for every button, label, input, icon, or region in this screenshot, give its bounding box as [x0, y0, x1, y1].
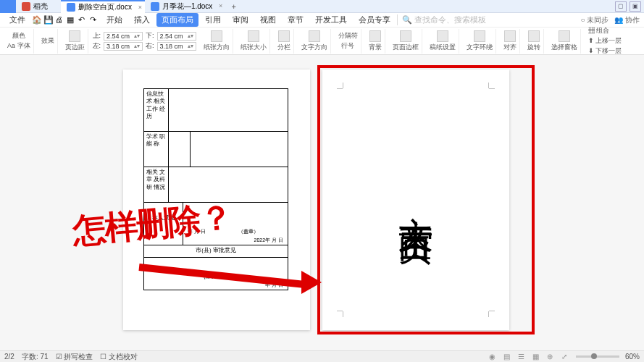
- statusbar: 2/2 字数: 71 ☑ 拼写检查 ☐ 文档校对 ◉ ▤ ☰ ▦ ⊕ ⤢ 60%: [0, 350, 644, 362]
- ribbon-columns[interactable]: 分栏: [275, 29, 294, 54]
- effect-button[interactable]: 效果: [41, 36, 54, 46]
- textdir-icon: [309, 30, 320, 42]
- border-icon: [400, 30, 411, 42]
- word-icon: [151, 2, 159, 11]
- menubar: 文件 🏠 💾 🖨 ▦ ↶ ↷ 开始 插入 页面布局 引用 审阅 视图 章节 开发…: [0, 13, 644, 28]
- tab-doc-2[interactable]: 月季花—1.docx ×: [145, 0, 225, 13]
- up-layer-button[interactable]: ⬆ 上移一层: [588, 36, 622, 46]
- align-icon: [504, 30, 516, 42]
- ribbon-rotate[interactable]: 旋转: [524, 29, 544, 54]
- ribbon-arrange: ▦ 组合 ⬆ 上移一层 ⬇ 下移一层: [585, 29, 625, 54]
- win-btn-1[interactable]: ▢: [615, 1, 627, 12]
- titlebar: 稻壳 删除空白页.docx × 月季花—1.docx × + ▢ ▣: [0, 0, 644, 13]
- view-print-icon[interactable]: ▦: [532, 353, 541, 361]
- color-button[interactable]: 颜色: [12, 31, 25, 41]
- tab-doc-1[interactable]: 删除空白页.docx ×: [61, 0, 145, 13]
- spell-check-toggle[interactable]: ☑ 拼写检查: [56, 352, 93, 362]
- ribbon-lineno-hyphen: 分隔符 行号: [335, 29, 361, 54]
- app-logo[interactable]: [0, 0, 16, 13]
- new-tab-button[interactable]: +: [225, 2, 241, 11]
- margin-left-input[interactable]: 3.18 cm▴▾: [104, 42, 143, 51]
- view-mode-icon[interactable]: ◉: [489, 353, 498, 361]
- menu-insert[interactable]: 插入: [129, 13, 155, 27]
- daoke-icon: [22, 2, 30, 11]
- preview-icon[interactable]: ▦: [67, 15, 77, 25]
- menu-file[interactable]: 文件: [4, 13, 30, 27]
- annotation-arrow: [139, 258, 319, 278]
- papersize-icon: [248, 30, 259, 42]
- fit-icon[interactable]: ⤢: [561, 353, 570, 361]
- cell: 信息技术 相关 工作 经历: [144, 89, 169, 131]
- annotation-border: [317, 65, 535, 334]
- ribbon: 颜色 Aa 字体 效果 页边距 上: 2.54 cm▴▾ 下: 2.54 cm▴…: [0, 28, 644, 55]
- save-icon[interactable]: 💾: [43, 15, 54, 25]
- menu-references[interactable]: 引用: [200, 13, 226, 27]
- document-canvas[interactable]: 信息技术 相关 工作 经历 学术 职 能 称 相关 文章 及科研 情况 本人意见…: [0, 55, 644, 350]
- ribbon-papersize[interactable]: 纸张大小: [238, 29, 270, 54]
- close-icon[interactable]: ×: [138, 4, 142, 11]
- page-count[interactable]: 2/2: [4, 353, 14, 361]
- orientation-icon: [211, 30, 222, 42]
- menu-member[interactable]: 会员专享: [354, 13, 396, 27]
- proof-toggle[interactable]: ☐ 文档校对: [100, 352, 138, 362]
- cell: 学术 职 能 称: [144, 132, 169, 167]
- redo-icon[interactable]: ↷: [90, 15, 100, 25]
- select-icon: [559, 30, 570, 42]
- hyphen-button[interactable]: 分隔符: [338, 31, 358, 41]
- menu-sections[interactable]: 章节: [283, 13, 309, 27]
- ribbon-pageborder[interactable]: 页面边框: [390, 29, 422, 54]
- zoom-value[interactable]: 60%: [625, 353, 640, 361]
- ribbon-background[interactable]: 背景: [366, 29, 385, 54]
- margins-icon: [69, 30, 80, 42]
- print-icon[interactable]: 🖨: [55, 15, 65, 25]
- word-count[interactable]: 字数: 71: [22, 352, 49, 362]
- tab-label: 稻壳: [33, 1, 48, 12]
- ribbon-effect: 效果: [38, 29, 58, 54]
- group-button[interactable]: ▦ 组合: [588, 26, 610, 35]
- tab-label: 月季花—1.docx: [162, 1, 212, 12]
- menu-review[interactable]: 审阅: [227, 13, 254, 27]
- ribbon-orientation[interactable]: 纸张方向: [201, 29, 233, 54]
- word-icon: [67, 3, 75, 12]
- view-web-icon[interactable]: ▤: [503, 353, 512, 361]
- ribbon-paper-setup[interactable]: 稿纸设置: [427, 29, 459, 54]
- coop-button[interactable]: 👥 协作: [614, 15, 640, 25]
- rotate-icon: [528, 30, 540, 42]
- zoom-slider[interactable]: [576, 355, 619, 358]
- ribbon-theme: 颜色 Aa 字体: [4, 29, 34, 54]
- search-input[interactable]: 🔍 查找命令、搜索模板: [397, 14, 486, 25]
- window-controls: ▢ ▣: [615, 1, 644, 12]
- lineno-button[interactable]: 行号: [341, 41, 354, 51]
- undo-icon[interactable]: ↶: [78, 15, 88, 25]
- margin-bottom-input[interactable]: 2.54 cm▴▾: [157, 32, 196, 41]
- background-icon: [369, 30, 381, 42]
- ribbon-margin-values: 上: 2.54 cm▴▾ 下: 2.54 cm▴▾ 左: 3.18 cm▴▾ 右…: [93, 31, 196, 51]
- cell: 相关 文章 及科研 情况: [144, 167, 169, 202]
- margin-top-input[interactable]: 2.54 cm▴▾: [104, 32, 143, 41]
- menu-view[interactable]: 视图: [255, 13, 281, 27]
- ribbon-margins-btn[interactable]: 页边距: [62, 29, 88, 54]
- ribbon-select-pane[interactable]: 选择窗格: [548, 29, 581, 54]
- cell: 市(县) 审批意见: [144, 245, 288, 257]
- wrap-icon: [474, 30, 485, 42]
- ribbon-textdir[interactable]: 文字方向: [298, 29, 331, 54]
- ribbon-wrap[interactable]: 文字环绕: [464, 29, 496, 54]
- view-reading-icon[interactable]: ⊕: [547, 353, 556, 361]
- menu-pagelayout[interactable]: 页面布局: [156, 13, 198, 27]
- sync-status[interactable]: ○ 未同步: [580, 15, 609, 25]
- columns-icon: [278, 30, 290, 42]
- view-outline-icon[interactable]: ☰: [518, 353, 527, 361]
- margin-right-input[interactable]: 3.18 cm▴▾: [157, 42, 196, 51]
- paper-icon: [437, 30, 448, 42]
- font-button[interactable]: Aa 字体: [7, 41, 30, 51]
- menu-devtools[interactable]: 开发工具: [310, 13, 352, 27]
- tab-label: 删除空白页.docx: [78, 2, 132, 12]
- close-icon[interactable]: ×: [219, 2, 222, 9]
- tab-daoke[interactable]: 稻壳: [16, 0, 61, 13]
- ribbon-align[interactable]: 对齐: [501, 29, 520, 54]
- home-icon[interactable]: 🏠: [32, 15, 42, 25]
- win-btn-2[interactable]: ▣: [630, 1, 641, 12]
- menu-start[interactable]: 开始: [101, 13, 127, 27]
